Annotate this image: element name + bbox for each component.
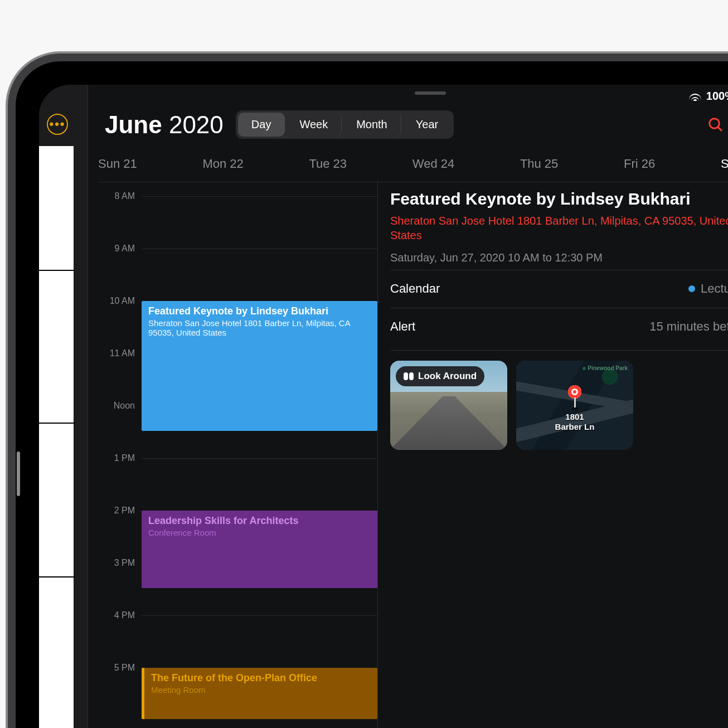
month-title[interactable]: June 2020 [105, 111, 224, 139]
weekday-sun[interactable]: Sun 21 [98, 154, 137, 174]
weekday-number: 23 [333, 157, 347, 171]
event-datetime: Saturday, Jun 27, 2020 10 AM to 12:30 PM [390, 251, 728, 264]
binoculars-icon [404, 372, 414, 380]
weekday-number: 25 [545, 157, 558, 171]
event-block-title: Leadership Skills for Architects [148, 515, 371, 527]
weekday-label: Fri [624, 157, 638, 171]
segment-month[interactable]: Month [343, 113, 401, 137]
map-poi-label: Pinewood Park [583, 365, 628, 371]
alert-value: 15 minutes before [649, 319, 728, 334]
weekday-number: 24 [441, 157, 454, 171]
map-address-label: 1801 Barber Ln [516, 412, 633, 431]
location-previews: Look Around Pinewood Park 1801 Ba [390, 350, 728, 450]
event-detail-pane: Featured Keynote by Lindsey Bukhari Edit… [378, 179, 728, 728]
alert-row[interactable]: Alert 15 minutes before › [390, 308, 728, 346]
segment-day[interactable]: Day [238, 113, 285, 137]
battery-percentage: 100% [706, 90, 728, 103]
hour-label: 11 AM [110, 348, 135, 358]
calendar-name: Lectures [701, 282, 728, 296]
segment-year[interactable]: Year [402, 113, 452, 137]
wifi-icon [688, 89, 702, 103]
view-segmented-control[interactable]: Day Week Month Year [236, 110, 454, 139]
hour-label: 8 AM [115, 191, 135, 201]
event-block[interactable]: The Future of the Open-Plan OfficeMeetin… [142, 668, 377, 719]
hour-label: 9 AM [115, 244, 135, 254]
event-block-subtitle: Sheraton San Jose Hotel 1801 Barber Ln, … [148, 318, 371, 337]
hour-label: 3 PM [114, 558, 135, 568]
weekday-wed[interactable]: Wed 24 [412, 154, 454, 174]
hour-gridline [142, 615, 377, 616]
hour-label: 2 PM [114, 506, 135, 516]
event-block-title: Featured Keynote by Lindsey Bukhari [148, 305, 371, 317]
multitasking-pill[interactable] [415, 91, 446, 95]
weekday-label: Thu [520, 157, 541, 171]
svg-line-1 [718, 127, 721, 130]
splitview-secondary-app[interactable]: ••• [39, 85, 88, 728]
map-thumbnail[interactable]: Pinewood Park 1801 Barber Ln [516, 361, 633, 450]
secondary-app-content [39, 146, 74, 728]
hour-gridline [142, 249, 377, 249]
look-around-badge: Look Around [396, 366, 484, 386]
weekday-label: Sat [721, 157, 728, 171]
day-timeline[interactable]: 8 AM9 AM10 AM11 AMNoon1 PM2 PM3 PM4 PM5 … [88, 179, 378, 728]
device-side-indicator [17, 452, 20, 496]
hour-gridline [142, 196, 377, 197]
look-around-thumbnail[interactable]: Look Around [390, 361, 507, 450]
secondary-divider [39, 576, 75, 577]
event-block[interactable]: Featured Keynote by Lindsey BukhariShera… [142, 301, 377, 431]
hour-label: 4 PM [114, 610, 135, 620]
event-block-subtitle: Conference Room [148, 528, 371, 537]
weekday-label: Sun [98, 157, 120, 171]
weekday-mon[interactable]: Mon 22 [202, 154, 243, 174]
secondary-divider [39, 423, 75, 424]
calendar-app: 100% June 2020 Day Week Month Year [88, 85, 728, 728]
weekday-number: 22 [230, 157, 243, 171]
secondary-divider [39, 270, 75, 271]
calendar-color-dot [688, 285, 695, 292]
search-icon[interactable] [706, 115, 726, 135]
weekday-number: 21 [123, 157, 137, 171]
row-label: Alert [390, 319, 415, 334]
hour-label: 10 AM [110, 296, 135, 306]
event-title: Featured Keynote by Lindsey Bukhari [390, 190, 728, 209]
weekday-number: 26 [642, 157, 655, 171]
calendar-body: 8 AM9 AM10 AM11 AMNoon1 PM2 PM3 PM4 PM5 … [88, 179, 728, 728]
hour-gutter: 8 AM9 AM10 AM11 AMNoon1 PM2 PM3 PM4 PM5 … [88, 179, 142, 728]
weekday-sat[interactable]: Sat 27 [721, 154, 728, 174]
screen: ••• 100% June 2020 Day Week [39, 85, 728, 728]
calendar-row[interactable]: Calendar Lectures › [390, 270, 728, 308]
weekday-fri[interactable]: Fri 26 [624, 154, 655, 174]
hour-label: 1 PM [114, 453, 135, 463]
hour-label: Noon [114, 401, 135, 411]
weekday-label: Tue [309, 157, 329, 171]
device-frame: ••• 100% June 2020 Day Week [16, 61, 728, 728]
status-bar: 100% [688, 89, 728, 103]
weekday-tue[interactable]: Tue 23 [309, 154, 347, 174]
hour-gridline [142, 458, 377, 459]
weekday-label: Mon [202, 157, 226, 171]
title-bar: June 2020 Day Week Month Year [105, 110, 728, 139]
weekday-thu[interactable]: Thu 25 [520, 154, 558, 174]
segment-week[interactable]: Week [286, 113, 342, 137]
hour-grid[interactable]: Featured Keynote by Lindsey BukhariShera… [142, 179, 377, 728]
more-icon[interactable]: ••• [47, 114, 68, 135]
row-label: Calendar [390, 282, 440, 296]
event-block-subtitle: Meeting Room [151, 685, 371, 695]
map-pin-icon [568, 385, 581, 410]
event-block[interactable]: Leadership Skills for ArchitectsConferen… [142, 511, 377, 588]
event-block-title: The Future of the Open-Plan Office [151, 672, 371, 684]
week-day-row: Sun 21Mon 22Tue 23Wed 24Thu 25Fri 26Sat … [98, 151, 728, 182]
weekday-label: Wed [412, 157, 438, 171]
event-location[interactable]: Sheraton San Jose Hotel 1801 Barber Ln, … [390, 213, 728, 242]
hour-label: 5 PM [114, 663, 135, 673]
